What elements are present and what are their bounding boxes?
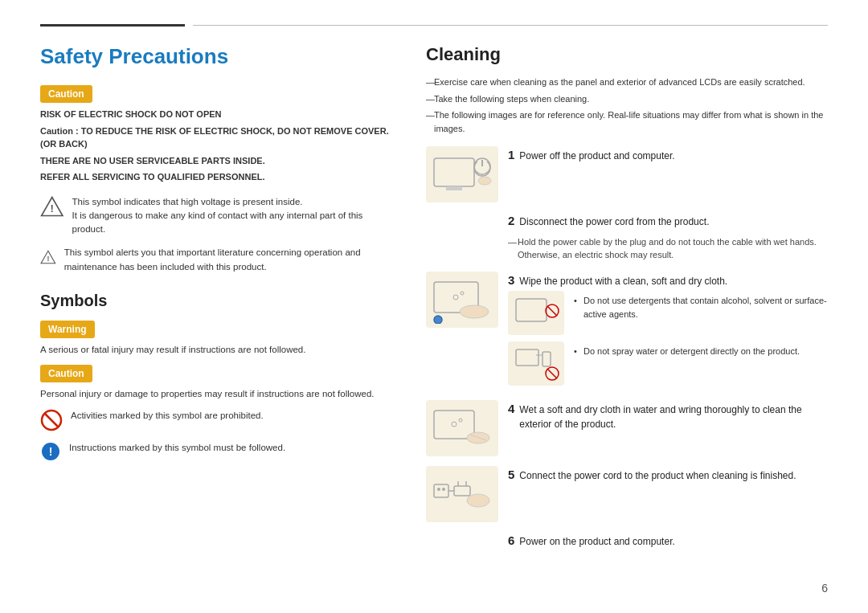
step-6-header: 6 Power on the product and computer. bbox=[508, 532, 828, 550]
step-1-text: Power off the product and computer. bbox=[519, 149, 674, 163]
step-4-num: 4 bbox=[508, 400, 514, 419]
svg-rect-18 bbox=[516, 299, 547, 321]
svg-rect-22 bbox=[542, 352, 551, 366]
step-5: 5 Connect the power cord to the product … bbox=[426, 466, 828, 522]
warning-triangle-2-icon: ! bbox=[40, 246, 56, 268]
svg-point-36 bbox=[442, 488, 445, 491]
rule-light bbox=[193, 25, 828, 26]
sub-step-3a: Do not use detergents that contain alcoh… bbox=[508, 291, 828, 335]
step-2-header: 2 Disconnect the power cord from the pro… bbox=[508, 212, 828, 231]
prohibit-block: Activities marked by this symbol are pro… bbox=[40, 409, 394, 431]
rule-dark bbox=[40, 24, 185, 27]
step-4-content: 4 Wet a soft and dry cloth in water and … bbox=[508, 400, 828, 433]
svg-point-28 bbox=[459, 419, 462, 422]
step-6-text: Power on the product and computer. bbox=[519, 534, 674, 549]
step-4-text: Wet a soft and dry cloth in water and wr… bbox=[519, 403, 828, 431]
step-3-header: 3 Wipe the product with a clean, soft an… bbox=[508, 272, 828, 290]
caution2-badge: Caution bbox=[40, 365, 92, 382]
info-icon: ! bbox=[40, 441, 61, 462]
svg-point-14 bbox=[453, 295, 458, 300]
caution-badge: Caution bbox=[40, 85, 92, 103]
step-6-content: 6 Power on the product and computer. bbox=[508, 532, 828, 552]
info-text: Instructions marked by this symbol must … bbox=[69, 441, 285, 455]
step-2-sub: Hold the power cable by the plug and do … bbox=[508, 235, 828, 262]
sub-step-3b-img bbox=[508, 341, 564, 386]
warning-badge: Warning bbox=[40, 321, 95, 338]
step-4-header: 4 Wet a soft and dry cloth in water and … bbox=[508, 400, 828, 431]
symbol-block-1: ! This symbol indicates that high voltag… bbox=[40, 195, 394, 237]
svg-rect-31 bbox=[454, 486, 470, 496]
step-3-image bbox=[426, 272, 498, 328]
step-2-num: 2 bbox=[508, 212, 514, 231]
page: Safety Precautions Caution RISK OF ELECT… bbox=[0, 0, 868, 613]
cleaning-title: Cleaning bbox=[426, 41, 828, 67]
svg-text:!: ! bbox=[47, 255, 49, 263]
step-2-content: 2 Disconnect the power cord from the pro… bbox=[508, 212, 828, 262]
page-number: 6 bbox=[821, 580, 828, 597]
caution-line-2: Caution : TO REDUCE THE RISK OF ELECTRIC… bbox=[40, 125, 394, 151]
step-5-text: Connect the power cord to the product wh… bbox=[519, 468, 796, 483]
svg-point-12 bbox=[478, 177, 491, 185]
svg-line-25 bbox=[547, 369, 557, 378]
cleaning-steps: 1 Power off the product and computer. 2 … bbox=[426, 146, 828, 552]
step-1-image bbox=[426, 146, 498, 202]
step-3-text: Wipe the product with a clean, soft and … bbox=[519, 274, 727, 288]
svg-point-35 bbox=[437, 488, 440, 491]
svg-line-20 bbox=[547, 306, 557, 316]
step-6: 6 Power on the product and computer. bbox=[426, 532, 828, 552]
step-1-header: 1 Power off the product and computer. bbox=[508, 146, 828, 165]
svg-rect-9 bbox=[446, 186, 462, 190]
symbols-title: Symbols bbox=[40, 288, 394, 313]
bullet-3a: Do not use detergents that contain alcoh… bbox=[572, 294, 828, 321]
step-3-area: 3 Wipe the product with a clean, soft an… bbox=[426, 272, 828, 393]
warning-triangle-icon: ! bbox=[40, 195, 64, 218]
caution-line-1: RISK OF ELECTRIC SHOCK DO NOT OPEN bbox=[40, 108, 394, 121]
right-column: Cleaning Exercise care when cleaning as … bbox=[426, 41, 828, 589]
step-4: 4 Wet a soft and dry cloth in water and … bbox=[426, 400, 828, 456]
svg-point-15 bbox=[461, 292, 464, 295]
step-2: 2 Disconnect the power cord from the pro… bbox=[426, 212, 828, 262]
content-area: Safety Precautions Caution RISK OF ELECT… bbox=[40, 41, 828, 589]
step-5-image bbox=[426, 466, 498, 522]
step-5-header: 5 Connect the power cord to the product … bbox=[508, 466, 828, 484]
caution2-section: Caution Personal injury or damage to pro… bbox=[40, 365, 394, 401]
step-5-content: 5 Connect the power cord to the product … bbox=[508, 466, 828, 486]
svg-point-17 bbox=[434, 316, 442, 324]
symbol-1-text: This symbol indicates that high voltage … bbox=[72, 195, 394, 237]
cleaning-note-1: Exercise care when cleaning as the panel… bbox=[426, 76, 828, 89]
svg-point-37 bbox=[467, 494, 489, 507]
svg-rect-26 bbox=[434, 411, 474, 439]
sub-step-3a-img bbox=[508, 291, 564, 335]
caution2-text: Personal injury or damage to properties … bbox=[40, 387, 394, 401]
step-5-num: 5 bbox=[508, 466, 514, 484]
svg-line-5 bbox=[44, 413, 59, 427]
sub-step-3b: Do not spray water or detergent directly… bbox=[508, 341, 828, 386]
svg-point-27 bbox=[452, 422, 457, 427]
caution-line-4: REFER ALL SERVICING TO QUALIFIED PERSONN… bbox=[40, 170, 394, 184]
page-title: Safety Precautions bbox=[40, 41, 394, 72]
warning-text: A serious or fatal injury may result if … bbox=[40, 343, 394, 357]
info-block: ! Instructions marked by this symbol mus… bbox=[40, 441, 394, 462]
left-column: Safety Precautions Caution RISK OF ELECT… bbox=[40, 41, 394, 589]
svg-point-16 bbox=[460, 305, 489, 318]
caution-line-3: THERE ARE NO USER SERVICEABLE PARTS INSI… bbox=[40, 154, 394, 168]
warning-section: Warning A serious or fatal injury may re… bbox=[40, 321, 394, 357]
prohibit-text: Activities marked by this symbol are pro… bbox=[71, 409, 264, 423]
step-1-content: 1 Power off the product and computer. bbox=[508, 146, 828, 166]
prohibit-icon bbox=[40, 409, 63, 431]
svg-text:!: ! bbox=[49, 445, 53, 458]
step-1-num: 1 bbox=[508, 146, 514, 165]
svg-rect-8 bbox=[434, 158, 474, 186]
cleaning-note-2: Take the following steps when cleaning. bbox=[426, 92, 828, 106]
top-rule bbox=[40, 24, 828, 27]
caution-block: Caution RISK OF ELECTRIC SHOCK DO NOT OP… bbox=[40, 85, 394, 184]
svg-text:!: ! bbox=[51, 202, 54, 215]
cleaning-note-3: The following images are for reference o… bbox=[426, 108, 828, 135]
bullet-3b: Do not spray water or detergent directly… bbox=[572, 345, 800, 358]
svg-rect-21 bbox=[516, 349, 538, 366]
symbol-2-text: This symbol alerts you that important li… bbox=[64, 246, 394, 274]
step-6-num: 6 bbox=[508, 532, 514, 550]
step-3-content: 3 Wipe the product with a clean, soft an… bbox=[508, 272, 828, 393]
step-4-image bbox=[426, 400, 498, 456]
step-1: 1 Power off the product and computer. bbox=[426, 146, 828, 202]
